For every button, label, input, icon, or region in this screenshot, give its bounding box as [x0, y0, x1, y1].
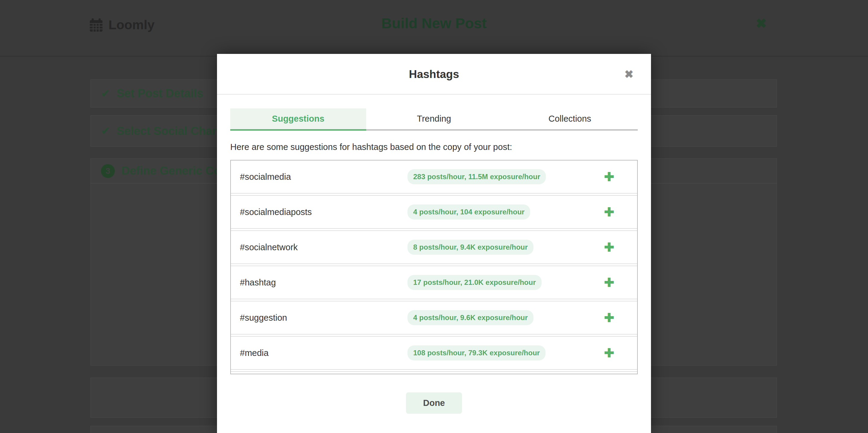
- hashtag-label: #suggestion: [240, 313, 407, 323]
- add-hashtag-icon[interactable]: ✚: [604, 205, 614, 219]
- hashtag-stats-badge: 8 posts/hour, 9.4K exposure/hour: [407, 240, 533, 255]
- hashtag-label: #media: [240, 348, 407, 358]
- hashtag-stats-badge: 283 posts/hour, 11.5M exposure/hour: [407, 169, 546, 184]
- hashtag-label: #socialmedia: [240, 172, 407, 182]
- hashtag-stats-badge: 4 posts/hour, 104 exposure/hour: [407, 204, 530, 220]
- add-hashtag-icon[interactable]: ✚: [604, 275, 614, 289]
- check-icon: ✔: [101, 125, 110, 137]
- hashtag-tabs: Suggestions Trending Collections: [230, 108, 638, 131]
- hashtag-label: #hashtag: [240, 278, 407, 288]
- hashtag-label: #socialmediaposts: [240, 207, 407, 217]
- add-hashtag-icon[interactable]: ✚: [604, 311, 614, 325]
- hashtags-modal: Hashtags ✖ Suggestions Trending Collecti…: [217, 54, 651, 433]
- hashtag-row: #socialmedia 283 posts/hour, 11.5M expos…: [231, 161, 637, 194]
- modal-title: Hashtags: [217, 54, 651, 95]
- add-hashtag-icon[interactable]: ✚: [604, 346, 614, 360]
- suggestions-intro: Here are some suggestions for hashtags b…: [230, 142, 638, 152]
- hashtag-stats-badge: 108 posts/hour, 79.3K exposure/hour: [407, 345, 546, 360]
- add-hashtag-icon[interactable]: ✚: [604, 170, 614, 184]
- hashtag-label: #socialnetwork: [240, 242, 407, 252]
- modal-close-icon[interactable]: ✖: [624, 54, 633, 95]
- tab-suggestions[interactable]: Suggestions: [230, 108, 366, 131]
- hashtag-stats-badge: 4 posts/hour, 9.6K exposure/hour: [407, 310, 533, 325]
- tab-trending[interactable]: Trending: [366, 108, 502, 131]
- step-label: Set Post Details: [117, 87, 203, 100]
- step-number-badge: 3: [101, 164, 115, 178]
- modal-body: Suggestions Trending Collections Here ar…: [217, 108, 651, 414]
- add-hashtag-icon[interactable]: ✚: [604, 240, 614, 254]
- done-button[interactable]: Done: [406, 392, 462, 414]
- hashtag-row: #hashtag 17 posts/hour, 21.0K exposure/h…: [231, 266, 637, 299]
- modal-footer: Done: [230, 392, 638, 414]
- page-close-icon: ✖: [755, 16, 767, 31]
- hashtag-row: #socialmediaposts 4 posts/hour, 104 expo…: [231, 195, 637, 229]
- app-header: Loomly Build New Post ✖: [0, 0, 868, 57]
- hashtag-suggestion-list[interactable]: #socialmedia 283 posts/hour, 11.5M expos…: [230, 160, 638, 374]
- modal-header: Hashtags ✖: [217, 54, 651, 95]
- hashtag-stats-badge: 17 posts/hour, 21.0K exposure/hour: [407, 275, 541, 290]
- hashtag-row: #media 108 posts/hour, 79.3K exposure/ho…: [231, 336, 637, 370]
- page-title: Build New Post: [0, 15, 868, 32]
- check-icon: ✔: [101, 87, 110, 100]
- hashtag-row-partial: [231, 371, 637, 374]
- hashtag-row: #socialnetwork 8 posts/hour, 9.4K exposu…: [231, 230, 637, 264]
- hashtag-row: #suggestion 4 posts/hour, 9.6K exposure/…: [231, 301, 637, 335]
- tab-collections[interactable]: Collections: [502, 108, 638, 131]
